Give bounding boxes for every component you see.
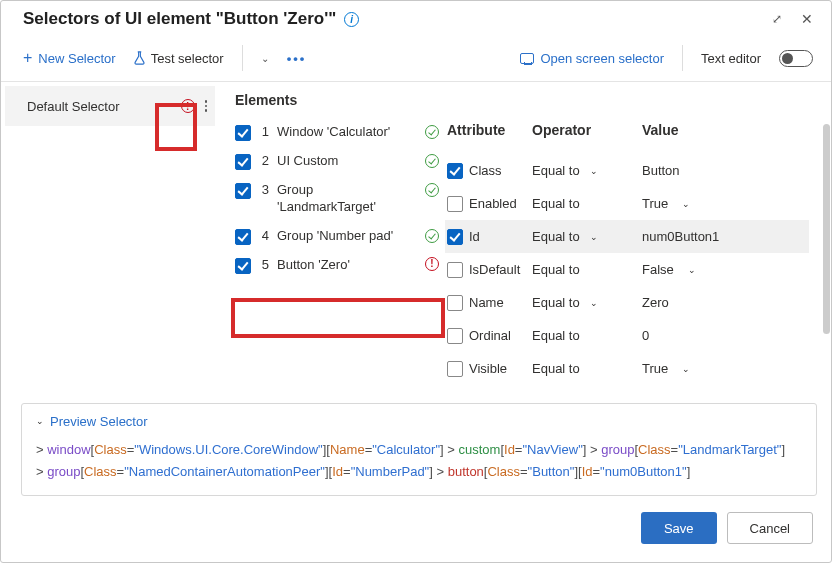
attribute-name: Ordinal: [469, 328, 511, 343]
attribute-value: False: [642, 262, 674, 277]
element-checkbox[interactable]: [235, 154, 251, 170]
info-icon[interactable]: i: [344, 12, 359, 27]
more-actions-icon[interactable]: •••: [287, 51, 307, 66]
test-selector-label: Test selector: [151, 51, 224, 66]
attribute-checkbox[interactable]: [447, 361, 463, 377]
attribute-name: Id: [469, 229, 480, 244]
new-selector-button[interactable]: + New Selector: [23, 50, 116, 66]
chevron-down-icon[interactable]: ⌄: [590, 232, 598, 242]
cancel-button[interactable]: Cancel: [727, 512, 813, 544]
error-icon: !: [425, 257, 439, 271]
element-checkbox[interactable]: [235, 125, 251, 141]
attribute-checkbox[interactable]: [447, 262, 463, 278]
preview-label: Preview Selector: [50, 414, 148, 429]
chevron-down-icon[interactable]: ⌄: [590, 166, 598, 176]
ok-icon: [425, 183, 439, 197]
attribute-row[interactable]: NameEqual to⌄Zero: [445, 286, 809, 319]
chevron-down-icon[interactable]: ⌄: [590, 298, 598, 308]
attribute-checkbox[interactable]: [447, 163, 463, 179]
attribute-row[interactable]: ClassEqual to⌄Button: [445, 154, 809, 187]
element-checkbox[interactable]: [235, 229, 251, 245]
element-row[interactable]: 1Window 'Calculator': [235, 118, 445, 147]
element-label: Button 'Zero': [277, 257, 417, 274]
resize-icon[interactable]: ⤢: [772, 12, 779, 26]
attribute-name: Name: [469, 295, 504, 310]
attribute-checkbox[interactable]: [447, 295, 463, 311]
ok-icon: [425, 125, 439, 139]
attr-header-value: Value: [642, 122, 809, 138]
attribute-value: num0Button1: [642, 229, 719, 244]
error-icon: !: [181, 99, 195, 113]
element-checkbox[interactable]: [235, 258, 251, 274]
element-row[interactable]: 5Button 'Zero'!: [235, 251, 445, 280]
divider: [682, 45, 683, 71]
attribute-operator: Equal to: [532, 196, 580, 211]
selector-menu-icon[interactable]: [205, 100, 207, 111]
chevron-down-icon: ⌄: [36, 416, 44, 426]
element-row[interactable]: 2UI Custom: [235, 147, 445, 176]
preview-line-1: > window[Class="Windows.UI.Core.CoreWind…: [36, 439, 802, 461]
test-selector-button[interactable]: Test selector: [134, 51, 224, 66]
screen-icon: [520, 53, 534, 64]
attribute-row[interactable]: VisibleEqual toTrue⌄: [445, 352, 809, 385]
preview-toggle[interactable]: ⌄ Preview Selector: [36, 414, 802, 429]
text-editor-toggle[interactable]: [779, 50, 813, 67]
element-label: Window 'Calculator': [277, 124, 417, 141]
element-index: 4: [259, 228, 269, 245]
element-label: Group 'Number pad': [277, 228, 417, 245]
new-selector-label: New Selector: [38, 51, 115, 66]
element-index: 1: [259, 124, 269, 141]
preview-line-2: > group[Class="NamedContainerAutomationP…: [36, 461, 802, 483]
open-screen-selector-button[interactable]: Open screen selector: [520, 51, 664, 66]
element-label: Group 'LandmarkTarget': [277, 182, 417, 216]
elements-heading: Elements: [235, 92, 831, 108]
attribute-checkbox[interactable]: [447, 229, 463, 245]
attribute-checkbox[interactable]: [447, 196, 463, 212]
chevron-down-icon[interactable]: ⌄: [682, 199, 690, 209]
attribute-operator: Equal to: [532, 262, 580, 277]
element-label: UI Custom: [277, 153, 417, 170]
attribute-value: 0: [642, 328, 649, 343]
open-screen-label: Open screen selector: [540, 51, 664, 66]
plus-icon: +: [23, 50, 32, 66]
attribute-row[interactable]: IdEqual to⌄num0Button1: [445, 220, 809, 253]
selector-name: Default Selector: [27, 99, 120, 114]
attribute-operator: Equal to: [532, 229, 580, 244]
dialog-title: Selectors of UI element "Button 'Zero'": [23, 9, 336, 29]
attribute-name: Class: [469, 163, 502, 178]
text-editor-label: Text editor: [701, 51, 761, 66]
close-icon[interactable]: [801, 11, 813, 27]
ok-icon: [425, 229, 439, 243]
scrollbar[interactable]: [823, 124, 830, 334]
element-index: 2: [259, 153, 269, 170]
attribute-value: True: [642, 196, 668, 211]
attribute-operator: Equal to: [532, 295, 580, 310]
element-index: 3: [259, 182, 269, 199]
attribute-checkbox[interactable]: [447, 328, 463, 344]
chevron-down-icon[interactable]: ⌄: [682, 364, 690, 374]
attribute-operator: Equal to: [532, 361, 580, 376]
preview-selector-panel: ⌄ Preview Selector > window[Class="Windo…: [21, 403, 817, 496]
attr-header-attribute: Attribute: [447, 122, 532, 138]
attribute-name: Visible: [469, 361, 507, 376]
attribute-value: Zero: [642, 295, 669, 310]
ok-icon: [425, 154, 439, 168]
divider: [242, 45, 243, 71]
element-row[interactable]: 3Group 'LandmarkTarget': [235, 176, 445, 222]
attribute-name: IsDefault: [469, 262, 520, 277]
attribute-row[interactable]: OrdinalEqual to0: [445, 319, 809, 352]
attr-header-operator: Operator: [532, 122, 642, 138]
flask-icon: [134, 51, 145, 65]
save-button[interactable]: Save: [641, 512, 717, 544]
attribute-row[interactable]: IsDefaultEqual toFalse⌄: [445, 253, 809, 286]
element-index: 5: [259, 257, 269, 274]
attribute-row[interactable]: EnabledEqual toTrue⌄: [445, 187, 809, 220]
chevron-down-icon[interactable]: ⌄: [261, 53, 269, 64]
attribute-name: Enabled: [469, 196, 517, 211]
chevron-down-icon[interactable]: ⌄: [688, 265, 696, 275]
attribute-value: Button: [642, 163, 680, 178]
attribute-operator: Equal to: [532, 328, 580, 343]
element-checkbox[interactable]: [235, 183, 251, 199]
selector-list-item[interactable]: Default Selector !: [5, 86, 215, 126]
element-row[interactable]: 4Group 'Number pad': [235, 222, 445, 251]
